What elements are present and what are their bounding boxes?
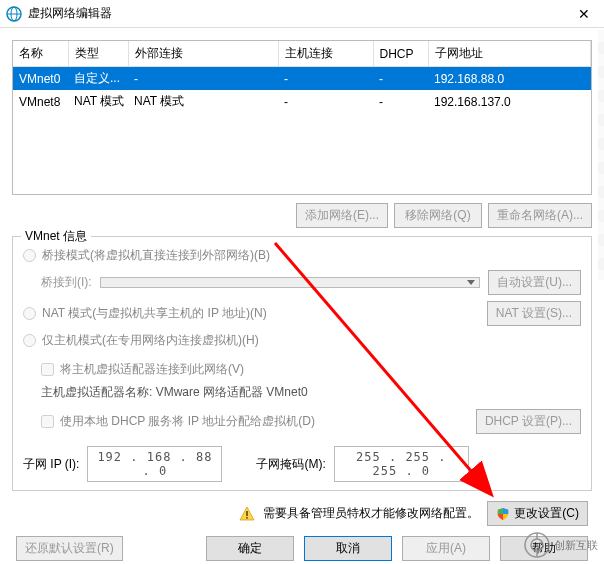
occluded-region (598, 30, 604, 280)
subnet-mask-input: 255 . 255 . 255 . 0 (334, 446, 469, 482)
nat-radio-input (23, 307, 36, 320)
vmnet-info-group: VMnet 信息 桥接模式(将虚拟机直接连接到外部网络)(B) 桥接到(I): … (12, 236, 592, 491)
remove-network-button: 移除网络(Q) (394, 203, 482, 228)
dhcp-checkbox (41, 415, 54, 428)
apply-button: 应用(A) (402, 536, 490, 561)
bridge-mode-radio: 桥接模式(将虚拟机直接连接到外部网络)(B) (23, 247, 581, 264)
shield-icon (496, 507, 510, 521)
warning-icon (239, 506, 255, 522)
chevron-down-icon (467, 280, 475, 285)
app-icon (6, 6, 22, 22)
admin-note: 需要具备管理员特权才能修改网络配置。 (263, 505, 479, 522)
network-table[interactable]: 名称 类型 外部连接 主机连接 DHCP 子网地址 VMnet0自定义...--… (12, 40, 592, 195)
nat-settings-button: NAT 设置(S)... (487, 301, 581, 326)
col-name[interactable]: 名称 (13, 41, 68, 67)
restore-defaults-button: 还原默认设置(R) (16, 536, 123, 561)
nat-mode-radio: NAT 模式(与虚拟机共享主机的 IP 地址)(N) NAT 设置(S)... (23, 301, 581, 326)
col-host[interactable]: 主机连接 (278, 41, 373, 67)
col-ext[interactable]: 外部连接 (128, 41, 278, 67)
host-adapter-checkbox (41, 363, 54, 376)
cancel-button[interactable]: 取消 (304, 536, 392, 561)
hostonly-radio-input (23, 334, 36, 347)
table-row[interactable]: VMnet8NAT 模式NAT 模式--192.168.137.0 (13, 90, 591, 113)
svg-rect-3 (247, 511, 249, 516)
col-dhcp[interactable]: DHCP (373, 41, 428, 67)
auto-settings-button: 自动设置(U)... (488, 270, 581, 295)
bridge-radio-input (23, 249, 36, 262)
window-title: 虚拟网络编辑器 (28, 5, 564, 22)
dhcp-settings-button: DHCP 设置(P)... (476, 409, 581, 434)
close-button[interactable]: ✕ (564, 0, 604, 28)
host-adapter-check: 将主机虚拟适配器连接到此网络(V) (23, 361, 581, 378)
add-network-button: 添加网络(E)... (296, 203, 388, 228)
col-subnet[interactable]: 子网地址 (428, 41, 591, 67)
bridge-to-label: 桥接到(I): (41, 274, 92, 291)
svg-rect-4 (247, 517, 249, 519)
table-row[interactable]: VMnet0自定义...---192.168.88.0 (13, 67, 591, 91)
col-type[interactable]: 类型 (68, 41, 128, 67)
rename-network-button: 重命名网络(A)... (488, 203, 592, 228)
dhcp-check: 使用本地 DHCP 服务将 IP 地址分配给虚拟机(D) DHCP 设置(P).… (23, 409, 581, 434)
table-header-row: 名称 类型 外部连接 主机连接 DHCP 子网地址 (13, 41, 591, 67)
vmnet-info-title: VMnet 信息 (21, 228, 91, 245)
host-adapter-name: 主机虚拟适配器名称: VMware 网络适配器 VMnet0 (23, 384, 581, 401)
hostonly-mode-radio: 仅主机模式(在专用网络内连接虚拟机)(H) (23, 332, 581, 349)
ok-button[interactable]: 确定 (206, 536, 294, 561)
bridge-to-dropdown (100, 277, 481, 288)
help-button[interactable]: 帮助 (500, 536, 588, 561)
subnet-ip-label: 子网 IP (I): (23, 456, 79, 473)
subnet-mask-label: 子网掩码(M): (256, 456, 325, 473)
subnet-ip-input: 192 . 168 . 88 . 0 (87, 446, 222, 482)
change-settings-button[interactable]: 更改设置(C) (487, 501, 588, 526)
titlebar: 虚拟网络编辑器 ✕ (0, 0, 604, 28)
